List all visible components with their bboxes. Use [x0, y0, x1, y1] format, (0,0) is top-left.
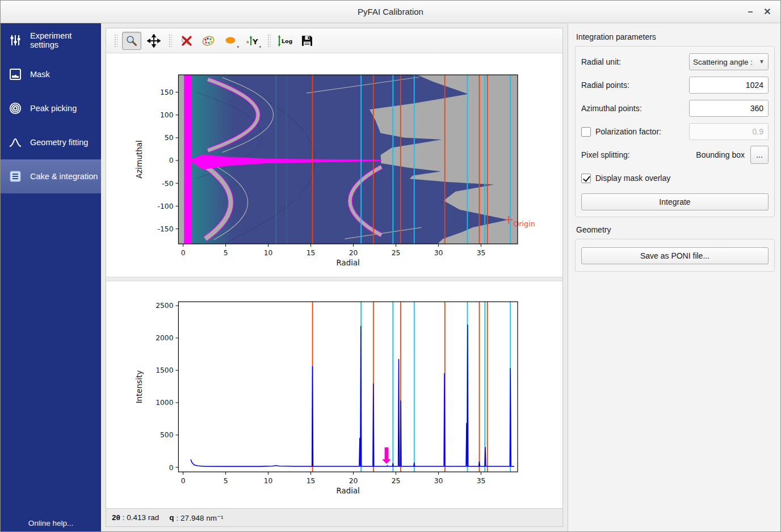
zoom-mode-button[interactable]	[122, 32, 141, 50]
azimuthal-points-label: Azimuthal points:	[581, 104, 642, 113]
sidebar-item-cake-integration[interactable]: Cake & integration	[1, 159, 101, 193]
y-axis-direction-button[interactable]: aY ▾	[243, 32, 262, 50]
y-axis-arrow-icon: aY	[245, 34, 260, 48]
svg-text:-100: -100	[158, 202, 174, 210]
red-cross-magnifier-icon	[179, 34, 193, 48]
pan-mode-button[interactable]	[144, 32, 163, 50]
radial-unit-value: Scattering angle :	[693, 58, 753, 66]
svg-text:35: 35	[477, 248, 486, 257]
online-help-link[interactable]: Online help...	[1, 519, 101, 527]
svg-text:0: 0	[169, 463, 174, 471]
two-theta-value: : 0.413 rad	[123, 513, 159, 522]
save-figure-button[interactable]	[297, 32, 317, 50]
magnifier-icon	[125, 34, 138, 48]
svg-text:Azimuthal: Azimuthal	[135, 140, 144, 179]
radial-points-label: Radial points:	[581, 81, 629, 90]
colormap-button[interactable]	[199, 32, 218, 50]
svg-text:5: 5	[224, 476, 228, 485]
peak-curve-icon	[8, 135, 23, 150]
svg-text:-150: -150	[158, 225, 174, 233]
log-scale-button[interactable]: Log	[275, 32, 295, 50]
polarization-input	[689, 123, 769, 140]
concentric-rings-icon	[8, 101, 23, 116]
svg-text:20: 20	[349, 248, 358, 257]
pan-arrows-icon	[147, 34, 161, 48]
polarization-checkbox[interactable]	[581, 127, 591, 137]
svg-text:0: 0	[181, 476, 186, 485]
polarization-label: Polarization factor:	[595, 127, 661, 136]
sidebar-item-experiment-settings[interactable]: Experiment settings	[1, 23, 101, 57]
save-poni-button[interactable]: Save as PONI file...	[581, 247, 769, 264]
sidebar-item-geometry-fitting[interactable]: Geometry fitting	[1, 125, 101, 159]
svg-text:10: 10	[264, 248, 273, 257]
dropdown-arrow-icon: ▾	[259, 45, 261, 49]
radial-unit-dropdown[interactable]: Scattering angle : ▼	[689, 53, 769, 70]
svg-text:-50: -50	[162, 179, 173, 188]
intensity-plot-figure: 0510152025303505001000150020002500Radial…	[106, 281, 562, 508]
display-mask-row: Display mask overlay	[581, 170, 769, 187]
orange-ellipse-icon	[224, 34, 237, 48]
minimize-icon[interactable]: –	[742, 7, 759, 17]
integrate-button[interactable]: Integrate	[581, 193, 769, 210]
svg-text:1000: 1000	[156, 398, 173, 407]
svg-text:1500: 1500	[156, 366, 173, 374]
cake-list-icon	[8, 169, 23, 184]
sidebar: Experiment settings Mask Peak picking Ge…	[1, 23, 101, 531]
sidebar-item-label: Cake & integration	[30, 172, 98, 181]
svg-text:Y: Y	[252, 37, 258, 46]
svg-text:Origin: Origin	[513, 219, 535, 228]
azimuthal-points-row: Azimuthal points:	[581, 100, 769, 117]
svg-text:10: 10	[264, 476, 273, 485]
svg-text:Radial: Radial	[337, 487, 360, 495]
pyfai-calibration-window: PyFAI Calibration – ✕ Experiment setting…	[0, 0, 781, 532]
display-mask-checkbox[interactable]	[581, 174, 591, 183]
titlebar: PyFAI Calibration – ✕	[1, 1, 780, 23]
svg-text:Radial: Radial	[337, 259, 360, 267]
q-label: q	[169, 513, 174, 522]
radial-points-row: Radial points:	[581, 77, 769, 94]
cake-plot-canvas[interactable]: Origin05101520253035-150-100-50050100150…	[106, 53, 562, 277]
radial-unit-label: Radial unit:	[581, 57, 621, 66]
pixel-splitting-value: Bounding box	[696, 150, 745, 159]
dropdown-arrow-icon: ▾	[237, 45, 239, 49]
window-body: Experiment settings Mask Peak picking Ge…	[1, 23, 780, 531]
statusbar: 2θ: 0.413 rad q: 27.948 nm⁻¹	[106, 509, 563, 527]
azimuthal-points-input[interactable]	[689, 100, 769, 117]
pixel-splitting-row: Pixel splitting: Bounding box ...	[581, 146, 769, 163]
polarization-row: Polarization factor:	[581, 123, 769, 140]
mask-icon	[8, 67, 23, 82]
svg-text:30: 30	[434, 476, 443, 485]
palette-icon	[201, 34, 216, 48]
plot-splitter[interactable]	[106, 277, 562, 281]
mask-tool-button[interactable]: ▾	[221, 32, 240, 50]
svg-text:2000: 2000	[156, 333, 173, 342]
svg-text:2500: 2500	[156, 301, 173, 310]
geometry-title: Geometry	[576, 225, 775, 234]
display-mask-label: Display mask overlay	[595, 174, 670, 183]
intensity-plot-canvas[interactable]: 0510152025303505001000150020002500Radial…	[106, 281, 562, 508]
window-controls: – ✕	[742, 1, 776, 23]
svg-text:150: 150	[160, 88, 174, 96]
sidebar-item-mask[interactable]: Mask	[1, 57, 101, 91]
cake-plot-figure: Origin05101520253035-150-100-50050100150…	[106, 53, 562, 277]
svg-text:Log: Log	[282, 37, 292, 44]
geometry-group: Save as PONI file...	[575, 239, 775, 272]
floppy-disk-icon	[300, 34, 314, 48]
radial-points-input[interactable]	[689, 77, 769, 94]
toolbar-grip	[114, 33, 117, 48]
toolbar-grip	[267, 33, 271, 48]
svg-text:35: 35	[477, 476, 486, 485]
svg-text:0: 0	[181, 248, 186, 257]
sidebar-item-label: Peak picking	[30, 104, 77, 113]
q-value: : 27.948 nm⁻¹	[177, 513, 224, 522]
reset-zoom-button[interactable]	[177, 32, 196, 50]
close-icon[interactable]: ✕	[759, 6, 776, 17]
svg-text:100: 100	[160, 111, 174, 119]
sidebar-item-label: Experiment settings	[30, 31, 101, 49]
svg-text:50: 50	[165, 133, 174, 142]
sidebar-item-label: Mask	[30, 70, 50, 79]
sidebar-item-peak-picking[interactable]: Peak picking	[1, 91, 101, 125]
integration-parameters-title: Integration parameters	[576, 32, 775, 41]
two-theta-label: 2θ	[112, 513, 120, 522]
pixel-splitting-options-button[interactable]: ...	[750, 146, 769, 164]
